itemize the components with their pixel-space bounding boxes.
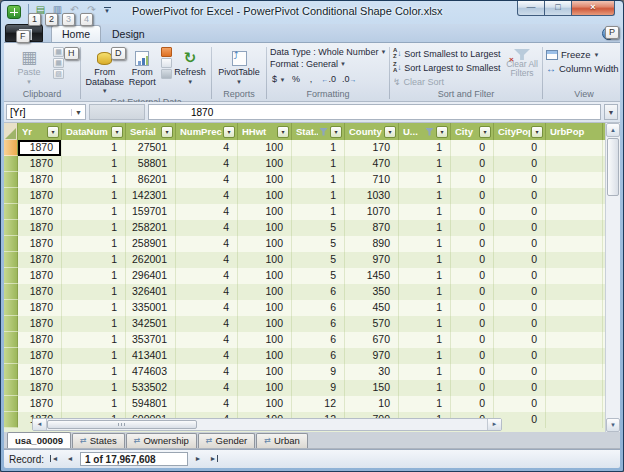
table-cell[interactable]: 4 [176, 364, 238, 380]
table-cell[interactable]: 6 [292, 316, 345, 332]
column-filter-dropdown[interactable]: ▾ [223, 126, 235, 138]
table-cell[interactable]: 470 [345, 156, 399, 172]
sort-ascending-button[interactable]: AZ↓ Sort Smallest to Largest [393, 47, 505, 60]
table-cell[interactable] [546, 412, 603, 428]
column-width-button[interactable]: ↔ Column Width [546, 63, 619, 74]
sheet-tab-Gender[interactable]: ⇄Gender [198, 433, 255, 448]
maximize-button[interactable]: □ [545, 1, 572, 16]
tab-design[interactable]: Design [101, 25, 156, 42]
table-cell[interactable]: 0 [451, 252, 494, 268]
table-cell[interactable] [546, 300, 603, 316]
table-cell[interactable]: 1 [399, 236, 451, 252]
currency-button[interactable]: $ ▼ [270, 72, 287, 85]
table-cell[interactable]: 1 [62, 220, 126, 236]
table-cell[interactable]: 258201 [126, 220, 176, 236]
horizontal-scroll-thumb[interactable] [47, 420, 197, 429]
decrease-decimal-button[interactable]: ←.0 [319, 72, 338, 85]
sheet-tab-States[interactable]: ⇄States [72, 433, 125, 448]
table-cell[interactable]: 0 [451, 332, 494, 348]
column-filter-dropdown[interactable]: ▾ [384, 126, 396, 138]
table-cell[interactable]: 1 [62, 332, 126, 348]
table-cell[interactable]: 4 [176, 220, 238, 236]
table-cell[interactable] [546, 332, 603, 348]
paste-replace-icon[interactable]: ▦ [53, 58, 64, 68]
row-selector[interactable] [4, 396, 18, 412]
row-selector[interactable] [4, 140, 18, 156]
row-selector[interactable] [4, 188, 18, 204]
table-cell[interactable]: 1 [292, 140, 345, 156]
table-cell[interactable]: 100 [238, 380, 292, 396]
table-cell[interactable]: 970 [345, 348, 399, 364]
table-cell[interactable]: 0 [494, 268, 546, 284]
column-header[interactable]: City▾ [451, 123, 494, 140]
table-cell[interactable]: 342501 [126, 316, 176, 332]
row-selector[interactable] [4, 220, 18, 236]
table-cell[interactable]: 0 [451, 380, 494, 396]
previous-record-button[interactable]: ◄ [64, 453, 76, 465]
table-cell[interactable]: 1870 [18, 284, 62, 300]
table-cell[interactable]: 1 [399, 268, 451, 284]
table-cell[interactable]: 4 [176, 140, 238, 156]
table-cell[interactable]: 0 [494, 140, 546, 156]
table-cell[interactable]: 100 [238, 204, 292, 220]
table-cell[interactable]: 474603 [126, 364, 176, 380]
row-selector[interactable] [4, 156, 18, 172]
vertical-scroll-track[interactable] [606, 197, 620, 418]
table-cell[interactable]: 100 [238, 236, 292, 252]
app-icon[interactable] [7, 5, 21, 19]
table-cell[interactable]: 86201 [126, 172, 176, 188]
table-cell[interactable]: 100 [238, 364, 292, 380]
table-cell[interactable]: 0 [494, 156, 546, 172]
table-cell[interactable]: 1 [399, 284, 451, 300]
table-cell[interactable]: 335001 [126, 300, 176, 316]
table-cell[interactable]: 0 [451, 268, 494, 284]
row-selector[interactable] [4, 316, 18, 332]
next-record-button[interactable]: ► [192, 453, 204, 465]
table-cell[interactable]: 0 [494, 332, 546, 348]
table-cell[interactable]: 1870 [18, 204, 62, 220]
table-cell[interactable]: 100 [238, 156, 292, 172]
table-cell[interactable]: 12 [292, 396, 345, 412]
table-cell[interactable] [546, 204, 603, 220]
table-cell[interactable]: 6 [292, 284, 345, 300]
row-selector[interactable] [4, 252, 18, 268]
table-cell[interactable]: 1 [399, 396, 451, 412]
table-cell[interactable]: 1870 [18, 188, 62, 204]
table-cell[interactable]: 0 [451, 364, 494, 380]
clear-all-filters-button[interactable]: × Clear All Filters [505, 47, 539, 78]
table-cell[interactable]: 1 [399, 300, 451, 316]
table-cell[interactable]: 1 [292, 204, 345, 220]
table-cell[interactable]: 0 [494, 252, 546, 268]
table-cell[interactable]: 0 [451, 172, 494, 188]
vertical-scroll-thumb[interactable] [607, 138, 619, 196]
table-cell[interactable]: 710 [345, 172, 399, 188]
table-cell[interactable]: 1870 [18, 396, 62, 412]
table-cell[interactable]: 1 [62, 380, 126, 396]
table-cell[interactable]: 27501 [126, 140, 176, 156]
table-cell[interactable] [546, 140, 603, 156]
table-cell[interactable]: 0 [494, 172, 546, 188]
minimize-button[interactable]: — [517, 1, 545, 16]
table-cell[interactable]: 1 [292, 188, 345, 204]
data-feed-icon[interactable] [161, 47, 172, 57]
table-cell[interactable]: 0 [494, 236, 546, 252]
table-cell[interactable]: 100 [238, 316, 292, 332]
scroll-down-icon[interactable]: ▼ [606, 418, 620, 432]
table-cell[interactable]: 350 [345, 284, 399, 300]
table-cell[interactable]: 0 [494, 348, 546, 364]
table-cell[interactable]: 670 [345, 332, 399, 348]
table-cell[interactable]: 6 [292, 348, 345, 364]
column-filter-dropdown[interactable]: ▾ [161, 126, 173, 138]
table-cell[interactable] [546, 220, 603, 236]
table-cell[interactable]: 4 [176, 316, 238, 332]
table-cell[interactable]: 6 [292, 300, 345, 316]
sort-descending-button[interactable]: ZA↓ Sort Largest to Smallest [393, 61, 505, 74]
row-selector[interactable] [4, 332, 18, 348]
table-cell[interactable]: 4 [176, 332, 238, 348]
column-header[interactable]: Serial▾ [126, 123, 176, 140]
column-filter-dropdown[interactable]: ▾ [436, 126, 448, 138]
row-selector[interactable] [4, 412, 18, 428]
sheet-tab-Ownership[interactable]: ⇄Ownership [126, 433, 197, 448]
table-cell[interactable]: 0 [451, 220, 494, 236]
table-cell[interactable]: 326401 [126, 284, 176, 300]
